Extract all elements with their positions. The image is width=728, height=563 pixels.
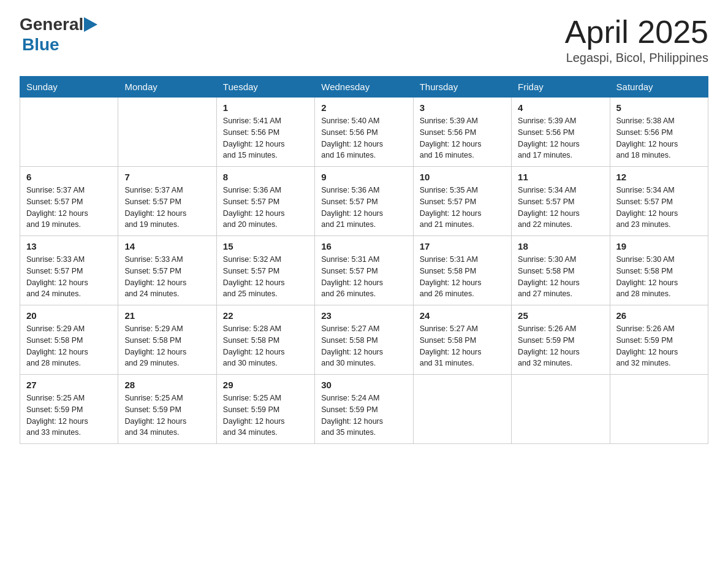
- day-number: 20: [26, 310, 112, 321]
- calendar-cell: 13Sunrise: 5:33 AMSunset: 5:57 PMDayligh…: [20, 236, 118, 305]
- day-number: 25: [518, 310, 603, 321]
- column-header-tuesday: Tuesday: [216, 77, 314, 98]
- day-info: Sunrise: 5:37 AMSunset: 5:57 PMDaylight:…: [124, 185, 210, 231]
- calendar-cell: 28Sunrise: 5:25 AMSunset: 5:59 PMDayligh…: [118, 375, 216, 444]
- calendar-cell: 12Sunrise: 5:34 AMSunset: 5:57 PMDayligh…: [610, 167, 708, 236]
- calendar-cell: 19Sunrise: 5:30 AMSunset: 5:58 PMDayligh…: [610, 236, 708, 305]
- day-number: 3: [420, 102, 505, 113]
- calendar-cell: 14Sunrise: 5:33 AMSunset: 5:57 PMDayligh…: [118, 236, 216, 305]
- day-info: Sunrise: 5:31 AMSunset: 5:57 PMDaylight:…: [321, 254, 406, 300]
- day-number: 8: [223, 172, 308, 182]
- day-info: Sunrise: 5:34 AMSunset: 5:57 PMDaylight:…: [518, 185, 603, 231]
- day-info: Sunrise: 5:32 AMSunset: 5:57 PMDaylight:…: [223, 254, 308, 300]
- calendar-cell: 23Sunrise: 5:27 AMSunset: 5:58 PMDayligh…: [315, 305, 413, 375]
- day-number: 1: [223, 102, 308, 113]
- column-header-monday: Monday: [118, 77, 216, 98]
- month-title: April 2025: [565, 15, 708, 50]
- logo-general: General: [20, 16, 83, 33]
- day-info: Sunrise: 5:37 AMSunset: 5:57 PMDaylight:…: [26, 185, 112, 231]
- day-info: Sunrise: 5:34 AMSunset: 5:57 PMDaylight:…: [616, 185, 702, 231]
- calendar-cell: 20Sunrise: 5:29 AMSunset: 5:58 PMDayligh…: [20, 305, 118, 375]
- day-number: 17: [420, 241, 505, 251]
- day-info: Sunrise: 5:33 AMSunset: 5:57 PMDaylight:…: [26, 254, 112, 300]
- day-info: Sunrise: 5:26 AMSunset: 5:59 PMDaylight:…: [518, 323, 603, 369]
- day-number: 30: [321, 380, 406, 390]
- calendar-cell: 16Sunrise: 5:31 AMSunset: 5:57 PMDayligh…: [315, 236, 413, 305]
- calendar-cell: [512, 375, 610, 444]
- day-info: Sunrise: 5:30 AMSunset: 5:58 PMDaylight:…: [518, 254, 603, 300]
- calendar-cell: 26Sunrise: 5:26 AMSunset: 5:59 PMDayligh…: [610, 305, 708, 375]
- calendar-cell: 2Sunrise: 5:40 AMSunset: 5:56 PMDaylight…: [315, 98, 413, 167]
- calendar-cell: 30Sunrise: 5:24 AMSunset: 5:59 PMDayligh…: [315, 375, 413, 444]
- calendar-week-row: 27Sunrise: 5:25 AMSunset: 5:59 PMDayligh…: [20, 375, 708, 444]
- column-header-wednesday: Wednesday: [315, 77, 413, 98]
- calendar-cell: 8Sunrise: 5:36 AMSunset: 5:57 PMDaylight…: [216, 167, 314, 236]
- day-info: Sunrise: 5:36 AMSunset: 5:57 PMDaylight:…: [223, 185, 308, 231]
- day-number: 23: [321, 310, 406, 321]
- day-info: Sunrise: 5:30 AMSunset: 5:58 PMDaylight:…: [616, 254, 702, 300]
- calendar-cell: 17Sunrise: 5:31 AMSunset: 5:58 PMDayligh…: [413, 236, 511, 305]
- calendar-cell: 27Sunrise: 5:25 AMSunset: 5:59 PMDayligh…: [20, 375, 118, 444]
- calendar-cell: 5Sunrise: 5:38 AMSunset: 5:56 PMDaylight…: [610, 98, 708, 167]
- day-number: 4: [518, 102, 603, 113]
- day-number: 13: [26, 241, 112, 251]
- day-number: 19: [616, 241, 702, 251]
- calendar-cell: 22Sunrise: 5:28 AMSunset: 5:58 PMDayligh…: [216, 305, 314, 375]
- calendar-cell: 10Sunrise: 5:35 AMSunset: 5:57 PMDayligh…: [413, 167, 511, 236]
- calendar-cell: 7Sunrise: 5:37 AMSunset: 5:57 PMDaylight…: [118, 167, 216, 236]
- calendar-week-row: 13Sunrise: 5:33 AMSunset: 5:57 PMDayligh…: [20, 236, 708, 305]
- day-info: Sunrise: 5:27 AMSunset: 5:58 PMDaylight:…: [321, 323, 406, 369]
- column-header-sunday: Sunday: [20, 77, 118, 98]
- column-header-saturday: Saturday: [610, 77, 708, 98]
- calendar-table: SundayMondayTuesdayWednesdayThursdayFrid…: [20, 76, 708, 444]
- day-number: 7: [124, 172, 210, 182]
- calendar-cell: [413, 375, 511, 444]
- calendar-cell: 21Sunrise: 5:29 AMSunset: 5:58 PMDayligh…: [118, 305, 216, 375]
- day-number: 2: [321, 102, 406, 113]
- day-info: Sunrise: 5:41 AMSunset: 5:56 PMDaylight:…: [223, 115, 308, 161]
- location-title: Legaspi, Bicol, Philippines: [565, 51, 708, 65]
- calendar-cell: 29Sunrise: 5:25 AMSunset: 5:59 PMDayligh…: [216, 375, 314, 444]
- calendar-cell: [20, 98, 118, 167]
- day-number: 11: [518, 172, 603, 182]
- day-info: Sunrise: 5:25 AMSunset: 5:59 PMDaylight:…: [223, 393, 308, 439]
- day-number: 15: [223, 241, 308, 251]
- logo-triangle-icon: [84, 15, 97, 34]
- day-number: 27: [26, 380, 112, 390]
- day-info: Sunrise: 5:36 AMSunset: 5:57 PMDaylight:…: [321, 185, 406, 231]
- calendar-cell: 18Sunrise: 5:30 AMSunset: 5:58 PMDayligh…: [512, 236, 610, 305]
- calendar-cell: 25Sunrise: 5:26 AMSunset: 5:59 PMDayligh…: [512, 305, 610, 375]
- day-info: Sunrise: 5:40 AMSunset: 5:56 PMDaylight:…: [321, 115, 406, 161]
- day-info: Sunrise: 5:26 AMSunset: 5:59 PMDaylight:…: [616, 323, 702, 369]
- day-info: Sunrise: 5:24 AMSunset: 5:59 PMDaylight:…: [321, 393, 406, 439]
- calendar-cell: 9Sunrise: 5:36 AMSunset: 5:57 PMDaylight…: [315, 167, 413, 236]
- calendar-week-row: 20Sunrise: 5:29 AMSunset: 5:58 PMDayligh…: [20, 305, 708, 375]
- day-info: Sunrise: 5:35 AMSunset: 5:57 PMDaylight:…: [420, 185, 505, 231]
- calendar-cell: 4Sunrise: 5:39 AMSunset: 5:56 PMDaylight…: [512, 98, 610, 167]
- calendar-cell: 11Sunrise: 5:34 AMSunset: 5:57 PMDayligh…: [512, 167, 610, 236]
- column-header-thursday: Thursday: [413, 77, 511, 98]
- day-number: 24: [420, 310, 505, 321]
- day-info: Sunrise: 5:39 AMSunset: 5:56 PMDaylight:…: [420, 115, 505, 161]
- day-number: 22: [223, 310, 308, 321]
- day-info: Sunrise: 5:28 AMSunset: 5:58 PMDaylight:…: [223, 323, 308, 369]
- day-number: 12: [616, 172, 702, 182]
- day-number: 26: [616, 310, 702, 321]
- day-number: 28: [124, 380, 210, 390]
- title-block: April 2025 Legaspi, Bicol, Philippines: [565, 15, 708, 65]
- day-number: 14: [124, 241, 210, 251]
- day-info: Sunrise: 5:38 AMSunset: 5:56 PMDaylight:…: [616, 115, 702, 161]
- calendar-cell: [118, 98, 216, 167]
- day-number: 6: [26, 172, 112, 182]
- day-info: Sunrise: 5:29 AMSunset: 5:58 PMDaylight:…: [26, 323, 112, 369]
- logo: General Blue: [20, 15, 99, 55]
- day-info: Sunrise: 5:27 AMSunset: 5:58 PMDaylight:…: [420, 323, 505, 369]
- day-info: Sunrise: 5:25 AMSunset: 5:59 PMDaylight:…: [124, 393, 210, 439]
- day-number: 21: [124, 310, 210, 321]
- calendar-cell: 6Sunrise: 5:37 AMSunset: 5:57 PMDaylight…: [20, 167, 118, 236]
- day-number: 5: [616, 102, 702, 113]
- day-info: Sunrise: 5:29 AMSunset: 5:58 PMDaylight:…: [124, 323, 210, 369]
- page-header: General Blue April 2025 Legaspi, Bicol, …: [20, 15, 708, 65]
- day-info: Sunrise: 5:33 AMSunset: 5:57 PMDaylight:…: [124, 254, 210, 300]
- calendar-week-row: 6Sunrise: 5:37 AMSunset: 5:57 PMDaylight…: [20, 167, 708, 236]
